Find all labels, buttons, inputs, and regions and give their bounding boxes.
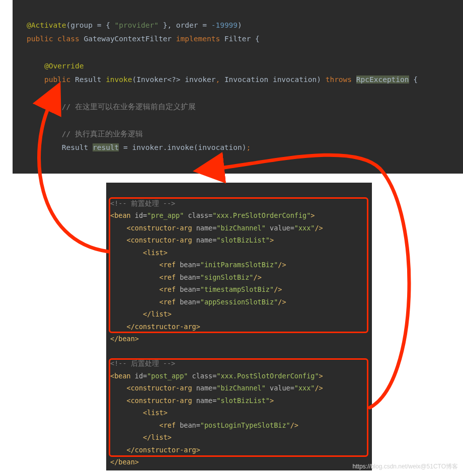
annotation: @Activate (27, 21, 66, 29)
pre-comment: <!-- 前置处理 --> (110, 199, 175, 207)
xml-code-block: <!-- 前置处理 --> <bean id="pre_app" class="… (106, 183, 372, 470)
watermark: https://blog.csdn.net/weix@51CTO博客 (353, 462, 458, 471)
comment-pre-extension: // 在这里可以在业务逻辑前自定义扩展 (62, 103, 196, 111)
java-code-block: @Activate(group = { "provider" }, order … (13, 0, 463, 174)
comment-exec: // 执行真正的业务逻辑 (62, 130, 143, 138)
post-comment: <!-- 后置处理 --> (110, 359, 175, 367)
